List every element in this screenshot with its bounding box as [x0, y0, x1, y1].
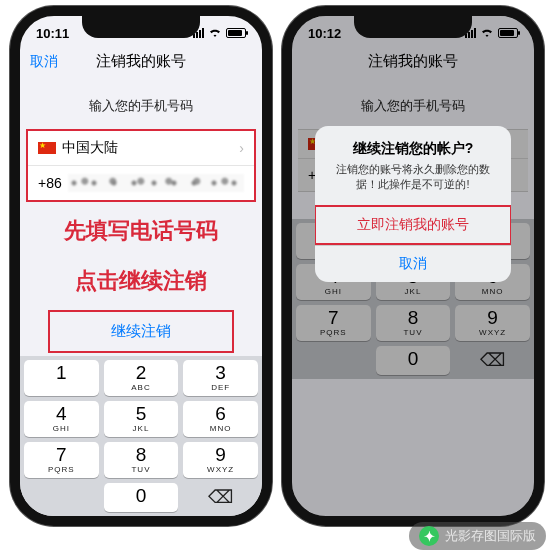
wifi-icon: [208, 28, 222, 38]
notch: [354, 16, 472, 38]
key-blank: [24, 483, 99, 512]
battery-icon: [226, 28, 246, 38]
nav-header: 取消 注销我的账号: [20, 46, 262, 81]
numeric-keypad: 12ABC3DEF4GHI5JKL6MNO7PQRS8TUV9WXYZ0⌫: [20, 356, 262, 516]
key-0[interactable]: 0: [104, 483, 179, 512]
key-7[interactable]: 7PQRS: [24, 442, 99, 478]
phone-right: 10:12 注销我的账号 输入您的手机号码 +8 继续注销: [282, 6, 544, 526]
clock: 10:11: [36, 26, 69, 41]
key-9[interactable]: 9WXYZ: [183, 442, 258, 478]
phone-left: 10:11 取消 注销我的账号 输入您的手机号码 中国大陆 › +86 先填写电…: [10, 6, 272, 526]
phone-input-group: 中国大陆 › +86: [26, 129, 256, 202]
alert-confirm-button[interactable]: 立即注销我的账号: [315, 205, 511, 245]
continue-button[interactable]: 继续注销: [48, 310, 234, 353]
alert-title: 继续注销您的帐户?: [315, 126, 511, 162]
key-backspace[interactable]: ⌫: [183, 483, 258, 512]
source-label: 光影存图国际版: [445, 527, 536, 545]
source-badge: ✦ 光影存图国际版: [409, 522, 546, 550]
notch: [82, 16, 200, 38]
annotation-click: 点击继续注销: [20, 266, 262, 296]
region-label: 中国大陆: [62, 139, 118, 157]
phone-number-blurred: [68, 174, 244, 192]
key-6[interactable]: 6MNO: [183, 401, 258, 437]
confirm-alert: 继续注销您的帐户? 注销您的账号将永久删除您的数据！此操作是不可逆的! 立即注销…: [315, 126, 511, 282]
country-code: +86: [38, 175, 62, 191]
key-5[interactable]: 5JKL: [104, 401, 179, 437]
cancel-button[interactable]: 取消: [30, 53, 58, 71]
key-8[interactable]: 8TUV: [104, 442, 179, 478]
key-4[interactable]: 4GHI: [24, 401, 99, 437]
key-1[interactable]: 1: [24, 360, 99, 396]
wechat-icon: ✦: [419, 526, 439, 546]
alert-message: 注销您的账号将永久删除您的数据！此操作是不可逆的!: [315, 162, 511, 205]
key-2[interactable]: 2ABC: [104, 360, 179, 396]
flag-icon: [38, 142, 56, 154]
annotation-fill: 先填写电话号码: [20, 216, 262, 246]
page-title: 注销我的账号: [96, 52, 186, 71]
region-row[interactable]: 中国大陆 ›: [28, 131, 254, 166]
key-3[interactable]: 3DEF: [183, 360, 258, 396]
phone-row[interactable]: +86: [28, 166, 254, 200]
chevron-right-icon: ›: [239, 140, 244, 156]
alert-backdrop: 继续注销您的帐户? 注销您的账号将永久删除您的数据！此操作是不可逆的! 立即注销…: [292, 16, 534, 516]
alert-cancel-button[interactable]: 取消: [315, 245, 511, 282]
subtitle: 输入您的手机号码: [20, 97, 262, 115]
